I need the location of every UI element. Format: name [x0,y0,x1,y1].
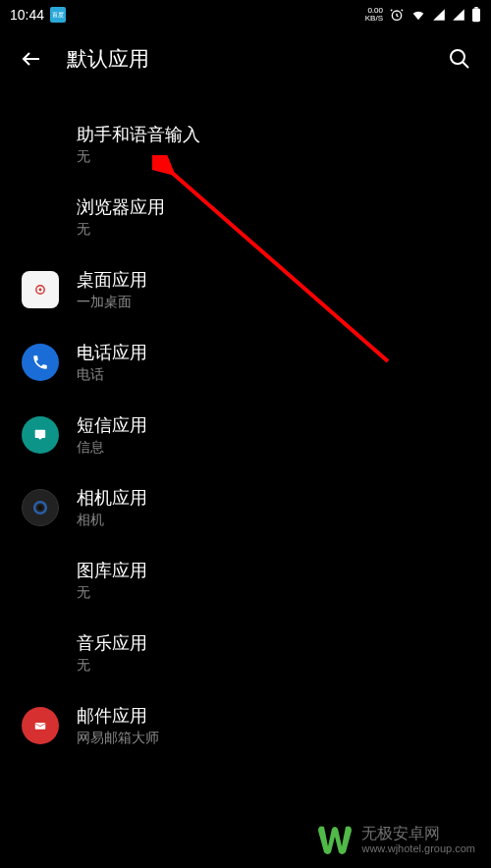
svg-rect-2 [474,7,477,9]
item-title: 桌面应用 [77,268,147,292]
signal-icon [432,8,446,22]
item-browser[interactable]: 浏览器应用 无 [0,181,491,253]
item-title: 相机应用 [77,486,147,510]
battery-icon [471,7,481,23]
item-sub: 网易邮箱大师 [77,730,159,747]
watermark-name: 无极安卓网 [361,825,475,842]
item-sub: 无 [77,221,165,239]
item-sms[interactable]: 短信应用 信息 [0,399,491,471]
signal-icon-2 [452,8,465,22]
item-title: 图库应用 [77,559,147,582]
item-title: 电话应用 [77,341,147,364]
launcher-icon [22,271,59,308]
item-sub: 电话 [77,366,147,384]
wifi-icon [410,7,426,23]
clock: 10:44 [10,7,44,23]
alarm-icon [389,7,405,23]
default-apps-list: 助手和语音输入 无 浏览器应用 无 桌面应用 一加桌面 电话应用 电话 [0,88,491,762]
item-launcher[interactable]: 桌面应用 一加桌面 [0,253,491,326]
item-sub: 无 [77,148,200,166]
item-phone[interactable]: 电话应用 电话 [0,326,491,399]
svg-rect-1 [472,9,480,23]
item-music[interactable]: 音乐应用 无 [0,617,491,689]
watermark: 无极安卓网 www.wjhotel.group.com [314,823,475,856]
item-sub: 信息 [77,439,147,457]
watermark-logo-icon [314,823,355,856]
sms-icon [22,416,59,454]
status-right: 0.00 KB/S [365,7,481,23]
mail-icon [22,707,59,744]
app-header: 默认应用 [0,29,491,88]
page-title: 默认应用 [67,45,149,73]
item-gallery[interactable]: 图库应用 无 [0,544,491,617]
item-sub: 一加桌面 [77,294,147,311]
item-title: 短信应用 [77,413,147,437]
item-mail[interactable]: 邮件应用 网易邮箱大师 [0,689,491,762]
item-title: 浏览器应用 [77,195,165,219]
item-assist-voice[interactable]: 助手和语音输入 无 [0,108,491,181]
status-left: 10:44 百度 [10,7,66,23]
search-icon[interactable] [448,47,471,71]
status-bar: 10:44 百度 0.00 KB/S [0,0,491,29]
phone-icon [22,344,59,381]
net-speed: 0.00 KB/S [365,7,383,23]
watermark-url: www.wjhotel.group.com [361,842,475,854]
camera-icon [22,489,59,526]
item-sub: 无 [77,657,147,675]
item-title: 助手和语音输入 [77,123,200,146]
svg-point-7 [38,506,43,511]
item-title: 邮件应用 [77,704,159,728]
baidu-badge-icon: 百度 [50,7,66,23]
item-sub: 无 [77,584,147,602]
item-title: 音乐应用 [77,631,147,655]
item-camera[interactable]: 相机应用 相机 [0,471,491,544]
back-arrow-icon[interactable] [20,47,43,71]
item-sub: 相机 [77,512,147,529]
svg-point-5 [39,289,42,292]
svg-point-3 [451,50,464,64]
